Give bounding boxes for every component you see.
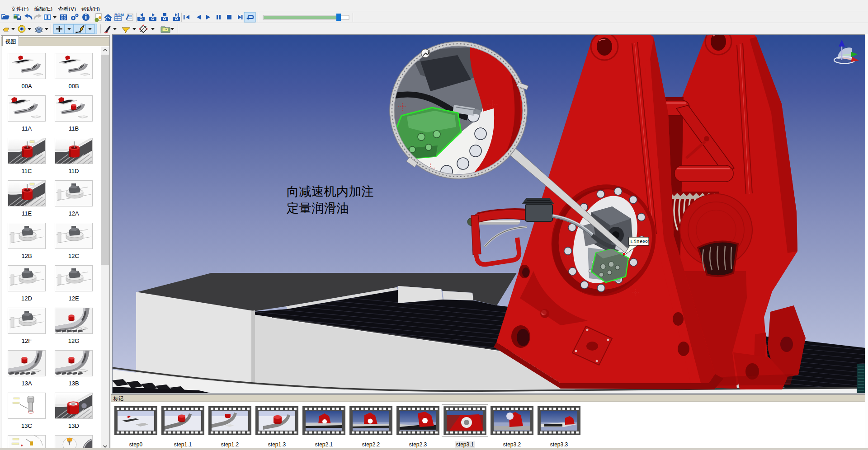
svg-text:定量润滑油: 定量润滑油 [287, 201, 349, 215]
svg-text:向减速机内加注: 向减速机内加注 [287, 184, 374, 198]
svg-text:Line02: Line02 [630, 239, 649, 244]
